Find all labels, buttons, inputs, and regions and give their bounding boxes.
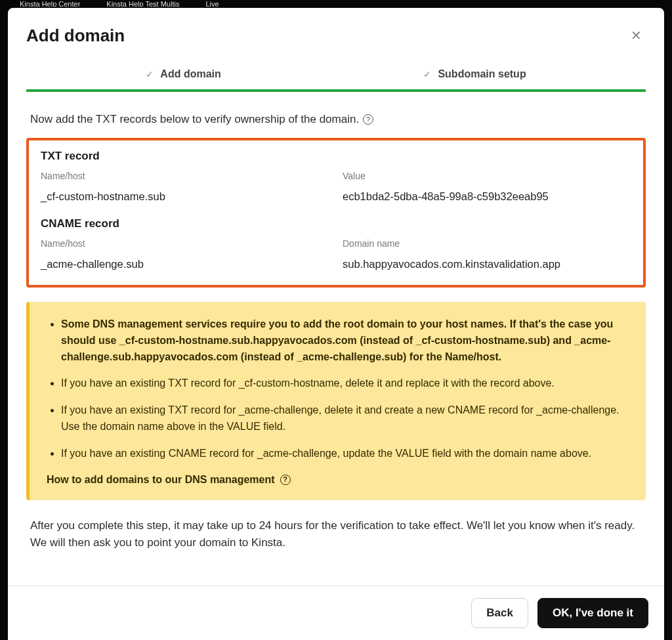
modal-scroll[interactable]: ✓ Add domain ✓ Subdomain setup Now add t… — [8, 60, 664, 586]
add-domain-modal: Add domain ✕ ✓ Add domain ✓ Subdomain se… — [8, 8, 664, 640]
alert-item: If you have an existing TXT record for _… — [61, 402, 629, 435]
txt-record-title: TXT record — [41, 150, 631, 163]
help-icon[interactable]: ? — [363, 114, 373, 125]
txt-value-label: Value — [343, 171, 631, 181]
step-label: Subdomain setup — [438, 68, 526, 80]
check-icon: ✓ — [146, 69, 154, 79]
intro-text: Now add the TXT records below to verify … — [30, 113, 646, 126]
outro-text: After you complete this step, it may tak… — [26, 517, 646, 552]
cname-record-section: CNAME record Name/host Domain name _acme… — [41, 217, 631, 270]
ok-done-button[interactable]: OK, I've done it — [537, 598, 648, 628]
modal-header: Add domain ✕ — [8, 8, 664, 60]
dns-help-link-label: How to add domains to our DNS management — [47, 474, 275, 486]
dns-help-link[interactable]: How to add domains to our DNS management… — [47, 474, 291, 486]
alert-item: If you have an existing CNAME record for… — [61, 446, 629, 462]
txt-record-section: TXT record Name/host Value _cf-custom-ho… — [41, 150, 631, 203]
txt-name-value[interactable]: _cf-custom-hostname.sub — [41, 186, 329, 203]
wizard-steps: ✓ Add domain ✓ Subdomain setup — [26, 60, 646, 92]
alert-item: Some DNS management services require you… — [61, 316, 629, 365]
browser-tab: Kinsta Help Center — [20, 0, 80, 7]
dns-warning-alert: Some DNS management services require you… — [26, 302, 646, 500]
close-button[interactable]: ✕ — [627, 24, 646, 47]
step-add-domain[interactable]: ✓ Add domain — [146, 60, 220, 89]
help-icon: ? — [280, 475, 291, 485]
cname-record-title: CNAME record — [41, 217, 631, 230]
browser-tab-bar: Kinsta Help Center Kinsta Help Test Mult… — [0, 0, 672, 7]
cname-name-label: Name/host — [41, 238, 329, 249]
modal-footer: Back OK, I've done it — [8, 586, 664, 640]
dns-records-highlight: TXT record Name/host Value _cf-custom-ho… — [26, 138, 646, 288]
modal-backdrop: Kinsta Help Center Kinsta Help Test Mult… — [0, 0, 672, 640]
txt-value-value[interactable]: ecb1bda2-5dba-48a5-99a8-c59b32eeab95 — [343, 186, 631, 203]
alert-item: If you have an existing TXT record for _… — [61, 375, 629, 392]
modal-content: Now add the TXT records below to verify … — [8, 92, 664, 565]
intro-text-label: Now add the TXT records below to verify … — [30, 113, 359, 126]
back-button[interactable]: Back — [471, 598, 528, 628]
step-label: Add domain — [160, 68, 220, 80]
check-icon: ✓ — [423, 69, 431, 79]
browser-tab: Kinsta Help Test Multis — [106, 0, 179, 7]
browser-tab: Live — [205, 0, 219, 7]
cname-value-label: Domain name — [343, 238, 631, 249]
txt-name-label: Name/host — [41, 171, 329, 181]
cname-name-value[interactable]: _acme-challenge.sub — [41, 254, 329, 270]
cname-value-value[interactable]: sub.happyavocados.com.kinstavalidation.a… — [343, 254, 631, 270]
modal-title: Add domain — [26, 26, 125, 46]
step-subdomain-setup[interactable]: ✓ Subdomain setup — [423, 60, 526, 89]
close-icon: ✕ — [631, 28, 642, 43]
